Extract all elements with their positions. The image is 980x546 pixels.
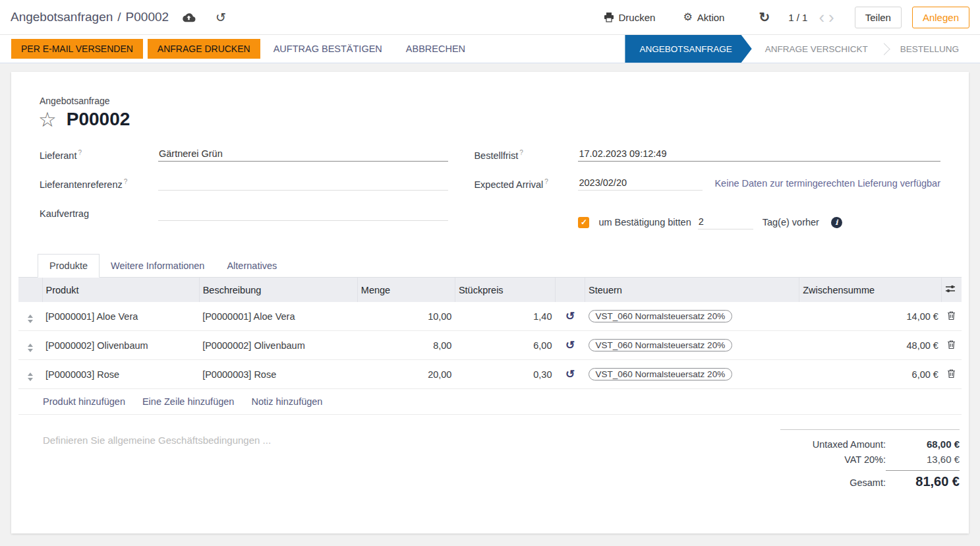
- column-header-produkt[interactable]: Produkt: [42, 278, 199, 302]
- status-step-bestellung[interactable]: BESTELLUNG: [887, 44, 972, 54]
- delete-row-button[interactable]: [947, 340, 956, 349]
- untaxed-amount-label: Untaxed Amount:: [780, 439, 886, 450]
- pager-next-button[interactable]: ›: [826, 9, 836, 26]
- table-row[interactable]: [P0000002] Olivenbaum [P0000002] Olivenb…: [18, 331, 962, 360]
- confirmation-days-field[interactable]: [698, 215, 753, 229]
- topbar-actions: Drucken ⚙ Aktion ↻ 1 / 1 ‹ › Teilen Anle…: [600, 7, 969, 28]
- confirm-order-button[interactable]: AUFTRAG BESTÄTIGEN: [265, 40, 391, 58]
- column-header-menge[interactable]: Menge: [357, 278, 455, 302]
- refresh-price-button[interactable]: ↺: [565, 340, 575, 351]
- cell-stueckpreis[interactable]: 6,00: [455, 331, 555, 360]
- add-section-link[interactable]: Eine Zeile hinzufügen: [142, 396, 234, 407]
- tax-tag[interactable]: VST_060 Normalsteuersatz 20%: [589, 339, 733, 351]
- refresh-button[interactable]: ↻: [756, 9, 772, 25]
- table-row[interactable]: [P0000001] Aloe Vera [P0000001] Aloe Ver…: [18, 302, 962, 331]
- expected-arrival-field[interactable]: [578, 176, 703, 191]
- history-icon: ↺: [565, 339, 575, 351]
- cell-beschreibung[interactable]: [P0000003] Rose: [199, 360, 357, 389]
- lieferantenreferenz-field[interactable]: [158, 176, 448, 191]
- delete-row-button[interactable]: [947, 369, 956, 379]
- tax-tag[interactable]: VST_060 Normalsteuersatz 20%: [589, 310, 733, 322]
- cell-beschreibung[interactable]: [P0000001] Aloe Vera: [199, 302, 357, 331]
- column-header-beschreibung[interactable]: Beschreibung: [199, 278, 357, 302]
- refresh-price-button[interactable]: ↺: [565, 311, 575, 322]
- breadcrumb-current: P00002: [126, 10, 169, 24]
- add-product-link[interactable]: Produkt hinzufügen: [43, 396, 125, 407]
- pager-previous-button[interactable]: ‹: [817, 9, 826, 26]
- tab-weitere-informationen[interactable]: Weitere Informationen: [100, 254, 216, 277]
- bestellfrist-field[interactable]: [578, 147, 940, 162]
- info-icon: i: [831, 217, 842, 228]
- cell-produkt[interactable]: [P0000001] Aloe Vera: [42, 302, 199, 331]
- tab-alternatives[interactable]: Alternatives: [216, 254, 288, 277]
- column-header-stueckpreis[interactable]: Stückpreis: [455, 278, 555, 302]
- untaxed-amount-value: 68,00 €: [886, 439, 960, 450]
- drag-handle-icon[interactable]: [28, 315, 33, 323]
- table-footer-links: Produkt hinzufügen Eine Zeile hinzufügen…: [18, 389, 962, 415]
- cell-produkt[interactable]: [P0000002] Olivenbaum: [42, 331, 199, 360]
- cell-menge[interactable]: 20,00: [357, 360, 455, 389]
- table-row[interactable]: [P0000003] Rose [P0000003] Rose 20,00 0,…: [18, 360, 962, 389]
- breadcrumb-parent[interactable]: Angebotsanfragen: [11, 10, 113, 24]
- field-column-left: Lieferant? Lieferantenreferenz? Kaufvert…: [40, 147, 448, 238]
- lieferant-field[interactable]: [158, 147, 448, 162]
- help-icon: ?: [544, 178, 548, 185]
- save-cloud-button[interactable]: [179, 11, 198, 24]
- column-header-zwischensumme[interactable]: Zwischensumme: [799, 278, 942, 302]
- field-row-lieferant: Lieferant?: [40, 147, 448, 176]
- print-rfq-button[interactable]: ANFRAGE DRUCKEN: [148, 39, 260, 59]
- add-note-link[interactable]: Notiz hinzufügen: [251, 396, 322, 407]
- cancel-button[interactable]: ABBRECHEN: [397, 40, 474, 58]
- cell-beschreibung[interactable]: [P0000002] Olivenbaum: [199, 331, 357, 360]
- status-step-anfrage-verschickt[interactable]: ANFRAGE VERSCHICKT: [752, 44, 881, 54]
- vat-value: 13,60 €: [886, 454, 960, 465]
- drag-handle-icon[interactable]: [28, 373, 33, 381]
- cell-zwischensumme: 14,00 €: [799, 302, 942, 331]
- kaufvertrag-label-text: Kaufvertrag: [40, 208, 89, 219]
- create-button[interactable]: Anlegen: [912, 7, 969, 28]
- top-navbar: Angebotsanfragen / P00002 ↺ Drucken ⚙ Ak…: [0, 0, 980, 35]
- ask-confirmation-label: um Bestätigung bitten: [598, 217, 691, 228]
- history-icon: ↺: [565, 368, 575, 380]
- discard-undo-button[interactable]: ↺: [213, 10, 229, 25]
- delivery-warning-text: Keine Daten zur termingerechten Lieferun…: [714, 176, 940, 189]
- terms-placeholder[interactable]: Definieren Sie allgemeine Geschäftsbedin…: [43, 435, 780, 491]
- total-row: Gesamt: 81,60 €: [780, 467, 960, 491]
- tax-tag[interactable]: VST_060 Normalsteuersatz 20%: [589, 368, 733, 380]
- breadcrumb-separator: /: [117, 10, 121, 24]
- trash-icon: [947, 311, 956, 320]
- refresh-price-button[interactable]: ↺: [565, 369, 575, 380]
- bestellfrist-label-text: Bestellfrist: [474, 150, 518, 161]
- cell-menge[interactable]: 10,00: [357, 302, 455, 331]
- ask-confirmation-checkbox[interactable]: ✓: [578, 217, 589, 228]
- undo-icon: ↺: [216, 11, 226, 24]
- printer-icon: [604, 13, 614, 22]
- cell-zwischensumme: 48,00 €: [799, 331, 942, 360]
- status-step-angebotsanfrage[interactable]: ANGEBOTSANFRAGE: [625, 35, 751, 63]
- action-menu-button[interactable]: ⚙ Aktion: [679, 11, 728, 24]
- send-by-email-button[interactable]: PER E-MAIL VERSENDEN: [11, 39, 143, 59]
- vat-label: VAT 20%:: [780, 454, 886, 465]
- drag-handle-icon[interactable]: [28, 344, 33, 352]
- field-row-lieferantenreferenz: Lieferantenreferenz?: [40, 176, 448, 206]
- tab-produkte[interactable]: Produkte: [38, 254, 100, 278]
- optional-columns-button[interactable]: [945, 284, 956, 293]
- days-before-label: Tag(e) vorher: [763, 217, 819, 228]
- lieferantenreferenz-label: Lieferantenreferenz?: [40, 176, 158, 190]
- bestellfrist-label: Bestellfrist?: [474, 147, 578, 161]
- chevron-right-icon: ›: [828, 7, 834, 27]
- cell-stueckpreis[interactable]: 1,40: [455, 302, 555, 331]
- share-button[interactable]: Teilen: [855, 7, 902, 28]
- title-row: ☆ P00002: [38, 109, 962, 130]
- handle-column-header: [18, 278, 42, 302]
- cell-produkt[interactable]: [P0000003] Rose: [42, 360, 199, 389]
- print-menu-button[interactable]: Drucken: [600, 11, 660, 24]
- delete-row-button[interactable]: [947, 311, 956, 320]
- favorite-toggle-button[interactable]: ☆: [38, 109, 57, 130]
- column-header-steuern[interactable]: Steuern: [585, 278, 799, 302]
- cell-stueckpreis[interactable]: 0,30: [455, 360, 555, 389]
- cell-menge[interactable]: 8,00: [357, 331, 455, 360]
- field-row-kaufvertrag: Kaufvertrag: [40, 206, 448, 237]
- kaufvertrag-field[interactable]: [158, 206, 448, 221]
- trash-icon: [947, 369, 956, 379]
